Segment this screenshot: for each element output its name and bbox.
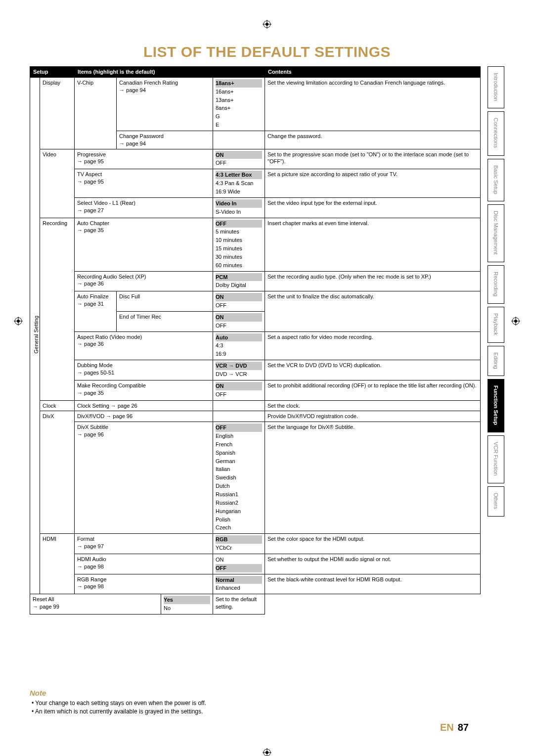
cell: Progressive → page 95 [75, 149, 213, 169]
cell-options: ONOFF [213, 554, 265, 574]
cell-options: ONOFF [213, 149, 265, 169]
note-item: An item which is not currently available… [32, 708, 481, 716]
crop-register-top [30, 20, 504, 29]
cell: Recording [40, 218, 75, 400]
cell-desc: Set to the progressive scan mode (set to… [265, 149, 481, 169]
cell: Display [40, 77, 75, 149]
cell-options: Video InS-Video In [213, 197, 265, 218]
cell-desc: Set whether to output the HDMI audio sig… [265, 554, 481, 574]
table-row: Recording Audio Select (XP) → page 36 PC… [30, 271, 481, 291]
svg-point-3 [266, 23, 268, 26]
cell: RGB Range → page 98 [75, 574, 213, 594]
table-row: Aspect Ratio (Video mode) → page 36 Auto… [30, 331, 481, 360]
cell: End of Timer Rec [117, 311, 213, 331]
cell: Select Video - L1 (Rear) → page 27 [75, 197, 213, 218]
cell: DivX [40, 411, 75, 534]
cell-desc: Insert chapter marks at even time interv… [265, 218, 481, 271]
side-tabs: Introduction Connections Basic Setup Dis… [488, 66, 504, 517]
cell: Aspect Ratio (Video mode) → page 36 [75, 331, 213, 360]
table-row: RGB Range → page 98 NormalEnhanced Set t… [30, 574, 481, 594]
table-row: General Setting Display V-Chip Canadian … [30, 77, 481, 131]
cell-desc: Set the video input type for the externa… [265, 197, 481, 218]
register-right [511, 317, 520, 327]
cell-desc: Set the VCR to DVD (DVD to VCR) duplicat… [265, 360, 481, 380]
cell-desc: Set to prohibit additional recording (OF… [265, 380, 481, 400]
cell-options: OFF English French Spanish German Italia… [213, 422, 265, 534]
page-title: LIST OF THE DEFAULT SETTINGS [30, 44, 504, 60]
tab-recording[interactable]: Recording [488, 265, 504, 304]
cell-options: PCMDolby Digital [213, 271, 265, 291]
table-row: Video Progressive → page 95 ONOFF Set to… [30, 149, 481, 169]
tab-function-setup[interactable]: Function Setup [488, 379, 504, 432]
cell-options [213, 400, 265, 411]
tab-disc-management[interactable]: Disc Management [488, 204, 504, 262]
table-row: Dubbing Mode → pages 50-51 VCR → DVDDVD … [30, 360, 481, 380]
cell: HDMI [40, 534, 75, 594]
register-icon [263, 20, 271, 29]
cell-options: VCR → DVDDVD → VCR [213, 360, 265, 380]
cell-options: ONOFF [213, 311, 265, 331]
cell: Canadian French Rating → page 94 [117, 77, 213, 131]
note-item: Your change to each setting stays on eve… [32, 699, 481, 708]
crop-register-bottom [30, 748, 504, 756]
tab-vcr-function[interactable]: VCR Function [488, 435, 504, 483]
th-items: Items (highlight is the default) [75, 67, 265, 78]
cell: Make Recording Compatible → page 35 [75, 380, 213, 400]
cell-options: NormalEnhanced [213, 574, 265, 594]
group-label: General Setting [30, 77, 40, 594]
register-icon [263, 748, 271, 756]
tab-editing[interactable]: Editing [488, 346, 504, 377]
cell-desc: Set a picture size according to aspect r… [265, 169, 481, 198]
svg-point-15 [266, 751, 268, 754]
cell-options: RGBYCbCr [213, 534, 265, 554]
page-number: EN87 [30, 722, 481, 733]
cell: Recording Audio Select (XP) → page 36 [75, 271, 213, 291]
cell-desc: Set the language for DivX® Subtitle. [265, 422, 481, 534]
register-left [14, 317, 23, 327]
cell: Format → page 97 [75, 534, 213, 554]
cell: Clock Setting → page 26 [75, 400, 213, 411]
cell: Change Password → page 94 [117, 131, 213, 149]
cell-options: ONOFF [213, 380, 265, 400]
tab-playback[interactable]: Playback [488, 307, 504, 343]
svg-point-7 [17, 320, 20, 323]
cell: Clock [40, 400, 75, 411]
tab-connections[interactable]: Connections [488, 111, 504, 155]
table-row: HDMI Format → page 97 RGBYCbCr Set the c… [30, 534, 481, 554]
cell-desc: Provide DivX®VOD registration code. [265, 411, 481, 422]
cell-desc: Set the viewing limitation according to … [265, 77, 481, 131]
cell: HDMI Audio → page 98 [75, 554, 213, 574]
cell-desc: Change the password. [265, 131, 481, 149]
svg-point-11 [514, 320, 517, 323]
cell-desc: Set the black-white contrast level for H… [265, 574, 481, 594]
table-row: Clock Clock Setting → page 26 Set the cl… [30, 400, 481, 411]
tab-others[interactable]: Others [488, 486, 504, 517]
cell: V-Chip [75, 77, 117, 149]
settings-table: Setup Items (highlight is the default) C… [30, 66, 481, 614]
table-row: DivX Subtitle → page 96 OFF English Fren… [30, 422, 481, 534]
note-section: Note Your change to each setting stays o… [30, 689, 481, 716]
table-header-row: Setup Items (highlight is the default) C… [30, 67, 481, 78]
cell: Video [40, 149, 75, 218]
cell: Disc Full [117, 291, 213, 312]
cell-options [213, 411, 265, 422]
note-title: Note [30, 689, 481, 697]
cell-desc: Set to the default setting. [213, 594, 265, 614]
cell: Auto Chapter → page 35 [75, 218, 213, 271]
cell: DivX®VOD → page 96 [75, 411, 213, 422]
table-row: Select Video - L1 (Rear) → page 27 Video… [30, 197, 481, 218]
tab-introduction[interactable]: Introduction [488, 66, 504, 108]
tab-basic-setup[interactable]: Basic Setup [488, 159, 504, 202]
cell: Reset All → page 99 [30, 594, 161, 614]
cell-options: Auto4:316:9 [213, 331, 265, 360]
table-row: Make Recording Compatible → page 35 ONOF… [30, 380, 481, 400]
table-row: TV Aspect → page 95 4:3 Letter Box4:3 Pa… [30, 169, 481, 198]
cell-desc: Set the unit to finalize the disc automa… [265, 291, 481, 331]
cell-options: 18ans+ 16ans+ 13ans+ 8ans+ G E [213, 77, 265, 131]
cell-options: OFF 5 minutes 10 minutes 15 minutes 30 m… [213, 218, 265, 271]
cell-options: ONOFF [213, 291, 265, 312]
cell: Dubbing Mode → pages 50-51 [75, 360, 213, 380]
cell: DivX Subtitle → page 96 [75, 422, 213, 534]
table-row: Auto Finalize → page 31 Disc Full ONOFF … [30, 291, 481, 312]
cell: TV Aspect → page 95 [75, 169, 213, 198]
